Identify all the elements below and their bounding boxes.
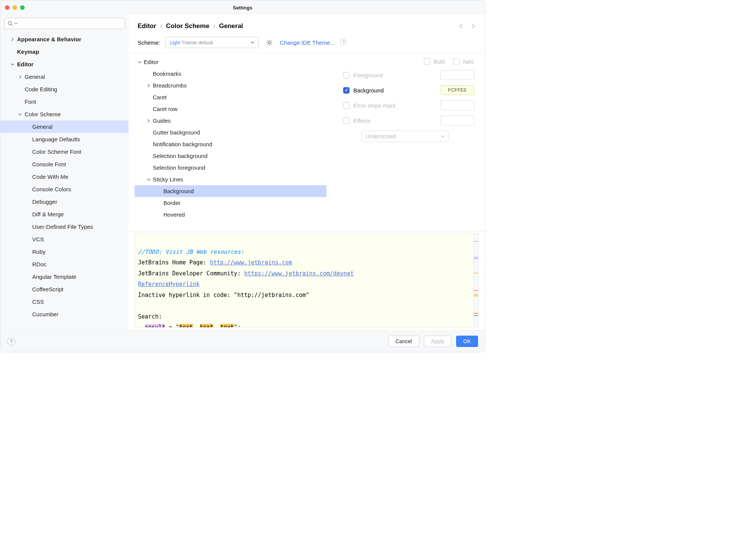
tree-item-label: Guides: [153, 117, 171, 124]
attributes-tree[interactable]: EditorBookmarksBreadcrumbsCaretCaret row…: [129, 53, 333, 231]
tree-item[interactable]: Bookmarks: [135, 68, 326, 80]
change-ide-theme-link[interactable]: Change IDE Theme...: [280, 39, 335, 46]
sidebar-item[interactable]: Color Scheme: [0, 108, 129, 120]
error-stripe-mark[interactable]: [474, 257, 478, 258]
sidebar-item[interactable]: Cucumber: [0, 308, 129, 320]
sidebar-item[interactable]: Angular Template: [0, 270, 129, 283]
sidebar-item[interactable]: User-Defined File Types: [0, 220, 129, 233]
content: Appearance & BehaviorKeymapEditorGeneral…: [0, 15, 485, 330]
sidebar-item[interactable]: VCS: [0, 233, 129, 245]
sidebar-item[interactable]: Code With Me: [0, 170, 129, 183]
sidebar-item[interactable]: Keymap: [0, 45, 129, 58]
sidebar-item[interactable]: Console Font: [0, 158, 129, 170]
back-icon[interactable]: [458, 23, 464, 29]
tree-item[interactable]: Sticky Lines: [135, 173, 326, 185]
search-input[interactable]: [4, 18, 125, 29]
help-button[interactable]: ?: [7, 337, 16, 345]
breadcrumb: Editor › Color Scheme › General: [129, 15, 485, 35]
breadcrumb-item[interactable]: Editor: [138, 22, 156, 30]
error-stripe-mark[interactable]: [474, 273, 478, 274]
window-controls: [5, 5, 25, 10]
scheme-value: Light: [169, 40, 180, 45]
background-swatch[interactable]: FCFFE0: [440, 85, 474, 95]
sidebar-item[interactable]: CSS: [0, 295, 129, 308]
minimize-button[interactable]: [13, 5, 17, 10]
sidebar-item-label: Editor: [17, 61, 33, 67]
breadcrumb-item: General: [219, 22, 243, 30]
help-icon[interactable]: ?: [340, 39, 347, 46]
sidebar-item[interactable]: Appearance & Behavior: [0, 33, 129, 45]
tree-item-label: Background: [163, 188, 194, 194]
sidebar-item[interactable]: RDoc: [0, 258, 129, 270]
foreground-swatch[interactable]: [440, 70, 474, 80]
sidebar-item-label: Ruby: [32, 248, 45, 255]
checkbox-icon: [424, 58, 430, 65]
scheme-select[interactable]: Light Theme default: [165, 37, 259, 48]
error-stripe-mark[interactable]: [474, 294, 478, 295]
tree-item[interactable]: Selection foreground: [135, 162, 326, 173]
chevron-down-icon: [14, 22, 17, 25]
sidebar-item[interactable]: Editor: [0, 58, 129, 70]
sidebar-item[interactable]: Code Editing: [0, 83, 129, 95]
error-stripe-checkbox[interactable]: [343, 102, 350, 109]
sidebar-item[interactable]: Diff & Merge: [0, 208, 129, 220]
main-panel: Editor › Color Scheme › General Scheme: …: [129, 15, 485, 330]
breadcrumb-sep: ›: [213, 22, 215, 30]
sidebar-item[interactable]: CoffeeScript: [0, 283, 129, 295]
sidebar-item-label: Console Font: [32, 161, 66, 167]
apply-button[interactable]: Apply: [424, 336, 452, 347]
tree-item[interactable]: Border: [135, 197, 326, 209]
tree-item[interactable]: Selection background: [135, 150, 326, 162]
sidebar-item[interactable]: Language Defaults: [0, 133, 129, 145]
effects-checkbox[interactable]: [343, 117, 350, 124]
expand-icon: [136, 60, 143, 64]
error-stripe-swatch[interactable]: [440, 100, 474, 110]
sidebar-item[interactable]: Color Scheme Font: [0, 145, 129, 158]
foreground-checkbox[interactable]: [343, 72, 350, 78]
sidebar-item[interactable]: Ruby: [0, 245, 129, 258]
sidebar-item[interactable]: Console Colors: [0, 183, 129, 195]
cancel-button[interactable]: Cancel: [388, 336, 419, 347]
breadcrumb-item[interactable]: Color Scheme: [166, 22, 209, 30]
tree-item[interactable]: Caret: [135, 91, 326, 103]
background-checkbox[interactable]: [343, 87, 350, 94]
sidebar-item[interactable]: Font: [0, 95, 129, 108]
tree-item[interactable]: Notification background: [135, 138, 326, 150]
sidebar-item-label: Cucumber: [32, 311, 58, 317]
settings-tree[interactable]: Appearance & BehaviorKeymapEditorGeneral…: [0, 32, 129, 330]
tree-item[interactable]: Breadcrumbs: [135, 80, 326, 91]
effects-type-select[interactable]: Underscored: [361, 131, 449, 142]
tree-item[interactable]: Guides: [135, 115, 326, 127]
scheme-label: Scheme:: [138, 39, 160, 46]
error-stripe-mark[interactable]: [474, 315, 478, 316]
preview-editor[interactable]: //TODO: Visit JB Web resources:JetBrains…: [135, 233, 479, 328]
tree-item[interactable]: Background: [135, 185, 326, 197]
error-stripe-gutter[interactable]: [473, 233, 478, 327]
error-stripe-mark[interactable]: [474, 290, 478, 291]
chevron-down-icon: [441, 134, 444, 138]
bold-checkbox[interactable]: Bold: [424, 58, 445, 65]
close-button[interactable]: [5, 5, 9, 10]
italic-checkbox[interactable]: Italic: [453, 58, 474, 65]
scheme-actions-button[interactable]: [264, 37, 274, 48]
error-stripe-mark[interactable]: [474, 313, 478, 314]
sidebar-item-label: User-Defined File Types: [32, 223, 93, 230]
tree-item[interactable]: Gutter background: [135, 127, 326, 138]
sidebar-item-label: CoffeeScript: [32, 286, 63, 292]
error-stripe-mark[interactable]: [474, 241, 478, 242]
sidebar-item[interactable]: Debugger: [0, 195, 129, 208]
sidebar-item-label: General: [25, 73, 45, 80]
tree-item-label: Selection foreground: [153, 164, 205, 171]
ok-button[interactable]: OK: [456, 336, 478, 347]
sidebar-item[interactable]: General: [0, 70, 129, 83]
tree-item[interactable]: Caret row: [135, 103, 326, 115]
sidebar-item[interactable]: General: [0, 120, 129, 133]
error-stripe-mark[interactable]: [474, 258, 478, 259]
tree-item[interactable]: Hovered: [135, 209, 326, 220]
tree-item-label: Caret: [153, 94, 167, 100]
effects-swatch[interactable]: [440, 116, 474, 125]
error-stripe-mark[interactable]: [474, 295, 478, 296]
tree-item[interactable]: Editor: [135, 56, 326, 68]
forward-icon[interactable]: [470, 23, 476, 29]
maximize-button[interactable]: [20, 5, 25, 10]
